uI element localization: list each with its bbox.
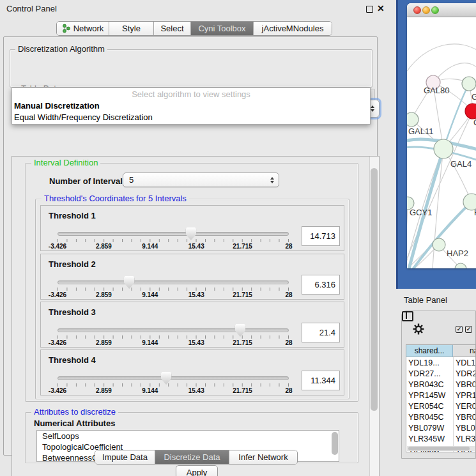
network-node-gal4[interactable] [434,139,453,158]
list-item[interactable]: SelfLoops [37,431,339,441]
control-panel-titlebar: Control Panel ✕ [0,0,396,17]
window-titlebar[interactable] [407,3,476,17]
tab-infer-network[interactable]: Infer Network [229,450,297,464]
table-header-row: shared... na [406,345,476,357]
zoom-window-icon[interactable] [431,6,439,14]
tab-jactivemnodules[interactable]: jActiveMNodules [254,22,332,35]
tab-style[interactable]: Style [109,22,154,35]
node-label-partial: GA [472,92,476,102]
apply-button[interactable]: Apply [176,465,218,476]
network-node[interactable] [462,77,476,91]
tab-discretize-data[interactable]: Discretize Data [155,450,229,464]
threshold-4-value-field[interactable]: 11.344 [302,371,340,390]
threshold-2-slider[interactable]: -3.426 2.859 9.144 15.43 21.715 28 [58,279,289,298]
table-panel-title: Table Panel [404,295,447,305]
node-label-gal80: GAL80 [424,86,449,95]
threshold-panel-1: Threshold 1 -3.426 2.859 9.144 15.43 21.… [40,205,344,251]
node-label-gcy1: GCY1 [410,208,432,217]
network-canvas[interactable]: GAL80 GA C GAL11 GAL4 GCY1 H HAP2 [407,18,476,268]
slider-track[interactable] [58,376,289,380]
slider-track[interactable] [58,232,289,236]
interval-definition-title: Interval Definition [31,158,100,167]
slider-track[interactable] [58,328,289,332]
table-panel-container: ✓ ✓ shared... na YDL19...YDL1 YDR27...YD… [401,311,476,459]
dropdown-option-manual[interactable]: Manual Discretization [14,101,100,111]
number-of-intervals-combobox[interactable]: 5 [123,173,279,187]
algorithm-groupbox [10,49,372,88]
checkbox-icon[interactable]: ✓ [465,326,472,333]
thresholds-group-title: Threshold's Coordinates for 5 Intervals [42,194,189,203]
dropdown-option-equal-width[interactable]: Equal Width/Frequency Discretization [14,112,153,122]
network-view-frame: GAL80 GA C GAL11 GAL4 GCY1 H HAP2 [396,0,476,289]
table-row[interactable]: YBL079WYBL0 [406,422,476,433]
slider-thumb[interactable] [234,324,245,337]
table-row[interactable]: YLR345WYLR3 [406,433,476,444]
threshold-1-label: Threshold 1 [49,211,96,220]
network-graph [407,18,476,268]
column-header-shared-name[interactable]: shared... [406,345,453,357]
scrollbar-track[interactable] [369,157,379,476]
bottom-tab-bar: Impute Data Discretize Data Infer Networ… [95,450,298,464]
node-label-partial: C [473,118,476,127]
combo-stepper-icon [371,105,374,112]
table-panel: Table Panel ✓ ✓ shared... na YDL19...YDL… [396,289,476,476]
table-row[interactable]: YBR043CYBR0 [406,379,476,390]
cyni-toolbox-panel: Discretization Algorithm Select algorith… [3,36,378,456]
threshold-panel-2: Threshold 2 -3.426 2.859 9.144 15.43 21.… [40,254,344,300]
close-window-icon[interactable] [413,6,421,14]
network-window: GAL80 GA C GAL11 GAL4 GCY1 H HAP2 [407,3,476,268]
node-label-hap2: HAP2 [447,249,468,258]
threshold-1-slider[interactable]: -3.426 2.859 9.144 15.43 21.715 28 [58,230,289,249]
slider-ticks [58,288,289,291]
float-window-icon[interactable] [366,6,373,13]
scrollbar-thumb[interactable] [371,168,378,411]
tab-select[interactable]: Select [154,22,191,35]
table-row[interactable]: YDR27...YDR2 [406,368,476,379]
table-row[interactable]: YER054CYER0 [406,401,476,411]
slider-ticks [58,239,289,242]
slider-ticks [58,335,289,339]
horizontal-scrollbar[interactable] [407,446,475,451]
table-row[interactable]: YDL19...YDL1 [406,357,476,368]
threshold-4-label: Threshold 4 [49,355,96,365]
algorithm-dropdown-popup: Select algorithm to view settings Manual… [12,88,371,125]
threshold-3-value-field[interactable]: 21.4 [302,323,340,342]
threshold-1-value-field[interactable]: 14.713 [302,226,340,246]
threshold-panel-3: Threshold 3 -3.426 2.859 9.144 15.43 21.… [40,302,344,348]
network-node-hap2[interactable] [433,238,445,251]
table-row[interactable]: YPR145WYPR1 [406,390,476,401]
threshold-4-slider[interactable]: -3.426 2.859 9.144 15.43 21.715 28 [58,374,289,394]
attributes-group-title: Attributes to discretize [31,408,118,416]
tab-cyni-toolbox[interactable]: Cyni Toolbox [191,22,254,35]
slider-thumb[interactable] [124,276,135,289]
node-label-gal4: GAL4 [450,159,472,169]
threshold-2-value-field[interactable]: 6.316 [302,275,340,295]
slider-thumb[interactable] [161,372,172,385]
tab-network[interactable]: Network [57,22,109,35]
table-row[interactable]: YBR045CYBR0 [406,411,476,422]
network-node-selected[interactable] [465,104,476,119]
gear-icon[interactable] [412,323,425,335]
network-node-gal11[interactable] [407,112,418,127]
slider-track[interactable] [58,280,289,284]
slider-ticks [58,383,289,387]
network-icon [62,24,71,33]
tab-impute-data[interactable]: Impute Data [95,450,155,464]
minimize-window-icon[interactable] [422,6,430,14]
numerical-attributes-label: Numerical Attributes [34,418,115,428]
slider-thumb[interactable] [185,227,196,240]
column-header-name[interactable]: na [453,345,476,357]
list-scrollbar-thumb[interactable] [332,432,338,455]
threshold-3-label: Threshold 3 [49,307,96,317]
node-attribute-table[interactable]: shared... na YDL19...YDL1 YDR27...YDR2 Y… [406,344,476,452]
dropdown-placeholder-item[interactable]: Select algorithm to view settings [12,89,370,99]
number-of-intervals-value: 5 [129,175,134,185]
threshold-2-label: Threshold 2 [49,259,96,269]
checkbox-icon[interactable]: ✓ [456,326,463,333]
scrollbar-thumb[interactable] [408,447,470,450]
columns-icon[interactable] [402,311,413,321]
close-icon[interactable]: ✕ [377,3,385,13]
combo-stepper-icon [270,177,274,183]
threshold-3-slider[interactable]: -3.426 2.859 9.144 15.43 21.715 28 [58,326,289,346]
control-panel: Control Panel ✕ Network Style Select Cyn… [0,0,396,476]
